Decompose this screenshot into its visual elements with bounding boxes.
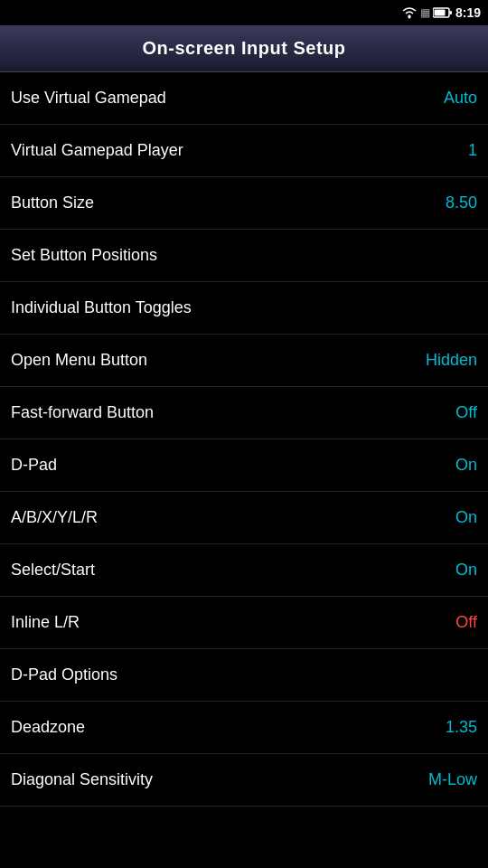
- value-fast-forward-button: Off: [455, 403, 477, 422]
- value-deadzone: 1.35: [446, 718, 477, 737]
- value-d-pad: On: [455, 456, 477, 475]
- settings-row-set-button-positions[interactable]: Set Button Positions: [0, 230, 488, 282]
- label-d-pad: D-Pad: [11, 456, 57, 475]
- settings-row-individual-button-toggles[interactable]: Individual Button Toggles: [0, 282, 488, 335]
- value-inline-lr: Off: [455, 613, 477, 632]
- settings-row-abxylr[interactable]: A/B/X/Y/L/ROn: [0, 492, 488, 544]
- label-fast-forward-button: Fast-forward Button: [11, 403, 154, 422]
- battery-icon: [433, 7, 453, 18]
- page-header: On-screen Input Setup: [0, 25, 488, 72]
- value-open-menu-button: Hidden: [426, 351, 477, 370]
- value-abxylr: On: [455, 508, 477, 527]
- settings-row-button-size[interactable]: Button Size8.50: [0, 177, 488, 230]
- svg-rect-2: [449, 11, 452, 14]
- settings-row-virtual-gamepad-player[interactable]: Virtual Gamepad Player1: [0, 125, 488, 177]
- settings-row-d-pad[interactable]: D-PadOn: [0, 439, 488, 492]
- label-abxylr: A/B/X/Y/L/R: [11, 508, 98, 527]
- settings-row-dpad-options[interactable]: D-Pad Options: [0, 649, 488, 702]
- settings-row-deadzone[interactable]: Deadzone1.35: [0, 702, 488, 754]
- settings-row-open-menu-button[interactable]: Open Menu ButtonHidden: [0, 335, 488, 387]
- label-button-size: Button Size: [11, 193, 94, 212]
- svg-rect-3: [434, 10, 445, 16]
- value-select-start: On: [455, 561, 477, 580]
- settings-row-select-start[interactable]: Select/StartOn: [0, 544, 488, 597]
- label-inline-lr: Inline L/R: [11, 613, 80, 632]
- value-diagonal-sensitivity: M-Low: [428, 770, 477, 789]
- value-virtual-gamepad-player: 1: [468, 141, 477, 160]
- label-open-menu-button: Open Menu Button: [11, 351, 147, 370]
- page-title: On-screen Input Setup: [143, 38, 346, 58]
- value-button-size: 8.50: [446, 193, 477, 212]
- nosim-icon: ▦: [420, 6, 430, 19]
- settings-list: Use Virtual GamepadAutoVirtual Gamepad P…: [0, 72, 488, 807]
- settings-row-inline-lr[interactable]: Inline L/ROff: [0, 597, 488, 649]
- label-deadzone: Deadzone: [11, 718, 85, 737]
- wifi-icon: [401, 6, 418, 19]
- label-use-virtual-gamepad: Use Virtual Gamepad: [11, 89, 166, 108]
- status-time: 8:19: [455, 5, 481, 20]
- settings-row-use-virtual-gamepad[interactable]: Use Virtual GamepadAuto: [0, 72, 488, 125]
- label-select-start: Select/Start: [11, 561, 95, 580]
- label-virtual-gamepad-player: Virtual Gamepad Player: [11, 141, 183, 160]
- settings-row-diagonal-sensitivity[interactable]: Diagonal SensitivityM-Low: [0, 754, 488, 807]
- settings-row-fast-forward-button[interactable]: Fast-forward ButtonOff: [0, 387, 488, 439]
- label-individual-button-toggles: Individual Button Toggles: [11, 298, 192, 317]
- label-set-button-positions: Set Button Positions: [11, 246, 157, 265]
- label-diagonal-sensitivity: Diagonal Sensitivity: [11, 770, 153, 789]
- status-bar: ▦ 8:19: [0, 0, 488, 25]
- svg-point-0: [408, 16, 410, 19]
- label-dpad-options: D-Pad Options: [11, 665, 117, 684]
- value-use-virtual-gamepad: Auto: [444, 89, 477, 108]
- status-icons: ▦ 8:19: [401, 5, 481, 20]
